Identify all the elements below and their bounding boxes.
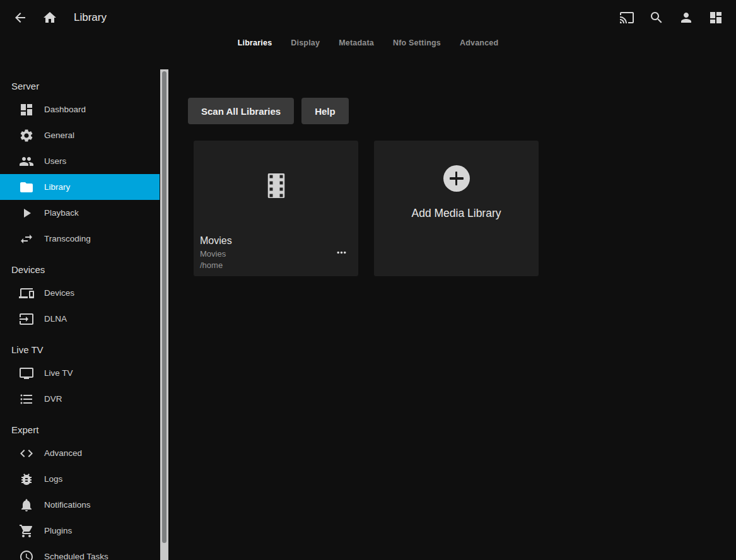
- sidebar-item-label: Users: [44, 156, 66, 166]
- sidebar-item-label: General: [44, 131, 74, 140]
- sidebar-item-devices[interactable]: Devices: [0, 280, 160, 306]
- users-icon: [19, 154, 34, 169]
- sidebar-section-title: Server: [0, 78, 160, 95]
- bug-icon: [19, 472, 34, 487]
- sidebar-item-label: Plugins: [44, 526, 72, 535]
- dashboard-icon: [19, 102, 34, 117]
- search-icon: [649, 10, 664, 25]
- more-dots-icon: [335, 246, 348, 259]
- app-header: Library: [0, 0, 736, 35]
- sidebar-item-label: Transcoding: [44, 234, 91, 243]
- sidebar-section-devices: Devices Devices DLNA: [0, 262, 160, 332]
- sidebar-section-expert: Expert Advanced Logs: [0, 422, 160, 560]
- sidebar-item-label: Notifications: [44, 500, 91, 510]
- code-icon: [19, 446, 34, 461]
- sidebar-item-advanced[interactable]: Advanced: [0, 440, 160, 466]
- sidebar-item-library[interactable]: Library: [0, 174, 160, 200]
- input-icon: [19, 312, 34, 327]
- library-menu-button[interactable]: [333, 244, 349, 260]
- sidebar-scrollbar-thumb[interactable]: [162, 71, 166, 543]
- sidebar-item-label: Advanced: [44, 448, 82, 458]
- sidebar-item-livetv[interactable]: Live TV: [0, 360, 160, 386]
- dashboard-button[interactable]: [703, 5, 728, 30]
- add-media-library-card[interactable]: Add Media Library: [374, 141, 539, 276]
- sidebar-item-label: DVR: [44, 394, 62, 404]
- scan-all-libraries-button[interactable]: Scan All Libraries: [188, 98, 294, 124]
- cart-icon: [19, 523, 34, 539]
- tab-metadata[interactable]: Metadata: [337, 36, 375, 50]
- user-button[interactable]: [674, 5, 699, 30]
- library-type: Movies: [200, 248, 232, 260]
- tab-libraries[interactable]: Libraries: [237, 36, 274, 50]
- swap-arrows-icon: [19, 231, 34, 247]
- tv-icon: [19, 366, 34, 381]
- libraries-content: Scan All Libraries Help Movies Movies: [168, 69, 736, 560]
- cast-icon: [619, 10, 634, 25]
- sidebar-item-playback[interactable]: Playback: [0, 200, 160, 226]
- sidebar-section-livetv: Live TV Live TV DVR: [0, 342, 160, 412]
- back-arrow-icon: [13, 10, 28, 25]
- library-name: Movies: [200, 234, 232, 248]
- sidebar-item-notifications[interactable]: Notifications: [0, 492, 160, 518]
- sidebar-item-dvr[interactable]: DVR: [0, 386, 160, 412]
- list-icon: [19, 392, 34, 407]
- sidebar-section-title: Devices: [0, 262, 160, 278]
- cast-button[interactable]: [614, 5, 640, 30]
- back-button[interactable]: [8, 5, 33, 30]
- sidebar-section-title: Expert: [0, 422, 160, 438]
- sidebar-item-label: DLNA: [44, 314, 67, 324]
- devices-icon: [19, 286, 34, 301]
- home-icon: [42, 10, 57, 25]
- settings-tab-bar: Libraries Display Metadata Nfo Settings …: [0, 34, 736, 52]
- sidebar-item-label: Devices: [44, 288, 74, 298]
- search-button[interactable]: [644, 5, 669, 30]
- sidebar-item-label: Library: [44, 182, 70, 192]
- sidebar-item-transcoding[interactable]: Transcoding: [0, 226, 160, 252]
- sidebar-item-dlna[interactable]: DLNA: [0, 306, 160, 332]
- sidebar-item-label: Playback: [44, 208, 79, 218]
- sidebar-item-plugins[interactable]: Plugins: [0, 518, 160, 544]
- sidebar-item-scheduled-tasks[interactable]: Scheduled Tasks: [0, 544, 160, 560]
- user-icon: [679, 10, 694, 25]
- sidebar-item-users[interactable]: Users: [0, 148, 160, 174]
- sidebar-section-server: Server Dashboard General: [0, 78, 160, 252]
- sidebar-item-label: Live TV: [44, 368, 73, 378]
- sidebar-scrollbar-track[interactable]: [160, 69, 168, 560]
- gear-icon: [19, 128, 34, 143]
- plus-icon: [443, 165, 470, 192]
- sidebar-item-label: Logs: [44, 474, 62, 484]
- folder-icon: [19, 180, 34, 195]
- sidebar-item-dashboard[interactable]: Dashboard: [0, 96, 160, 122]
- admin-sidebar: Server Dashboard General: [0, 69, 168, 560]
- tab-nfo-settings[interactable]: Nfo Settings: [392, 36, 442, 50]
- library-path: /home: [200, 260, 232, 271]
- clock-icon: [19, 549, 34, 560]
- tab-display[interactable]: Display: [289, 36, 321, 50]
- home-button[interactable]: [37, 5, 62, 30]
- sidebar-item-general[interactable]: General: [0, 122, 160, 148]
- sidebar-item-logs[interactable]: Logs: [0, 466, 160, 492]
- tab-advanced[interactable]: Advanced: [459, 36, 499, 50]
- bell-icon: [19, 498, 34, 513]
- add-media-library-label: Add Media Library: [374, 207, 539, 220]
- page-title: Library: [74, 11, 107, 24]
- library-card-movies[interactable]: Movies Movies /home: [194, 141, 358, 276]
- play-icon: [19, 206, 34, 221]
- help-button[interactable]: Help: [301, 98, 349, 124]
- sidebar-section-title: Live TV: [0, 342, 160, 358]
- sidebar-item-label: Scheduled Tasks: [44, 552, 108, 560]
- film-strip-icon: [267, 173, 284, 198]
- dashboard-icon: [708, 10, 723, 25]
- sidebar-item-label: Dashboard: [44, 105, 86, 114]
